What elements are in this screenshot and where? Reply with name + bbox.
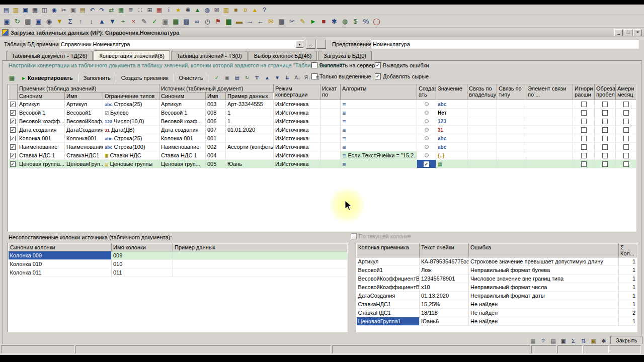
- ignore-checkbox[interactable]: ✓: [581, 161, 587, 167]
- maximize-button[interactable]: □: [624, 29, 632, 36]
- table-settings-icon[interactable]: ▦: [8, 74, 16, 82]
- copy-rows-icon[interactable]: ▣: [222, 74, 231, 82]
- receiver-synonym-cell[interactable]: Наименование: [18, 143, 65, 151]
- show-errors-checkbox[interactable]: ✓: [375, 62, 381, 68]
- export-icon[interactable]: →: [245, 17, 255, 26]
- algorithm-cell[interactable]: ≣Если ТекстЯчейки = "15,2..: [341, 151, 417, 160]
- tab[interactable]: Конвертация значений(8): [94, 50, 170, 60]
- ignore-cell[interactable]: ✓: [573, 160, 595, 168]
- chart-icon[interactable]: ▲: [193, 6, 202, 14]
- algorithm-cell[interactable]: ≣: [341, 126, 417, 134]
- calculator-icon[interactable]: ⊞: [145, 6, 154, 14]
- print-icon[interactable]: ▦: [31, 6, 39, 14]
- receiver-name-cell[interactable]: ЦеноваяГруп...: [65, 160, 103, 168]
- trim-cell[interactable]: ✓: [595, 109, 616, 117]
- error-row[interactable]: СтавкаНДС1 15,25% Не найден 1: [357, 300, 637, 309]
- ignore-cell[interactable]: ✓: [573, 100, 595, 109]
- filter-icon[interactable]: ▼: [55, 17, 64, 26]
- trim-checkbox[interactable]: ✓: [602, 127, 608, 133]
- american-month-cell[interactable]: ✓: [616, 160, 636, 168]
- search-by-cell[interactable]: [320, 151, 341, 160]
- run-on-server-checkbox[interactable]: ✓: [311, 62, 317, 68]
- settings-icon[interactable]: ✱: [184, 6, 192, 14]
- link-icon[interactable]: ∞: [192, 17, 202, 26]
- type-link-cell[interactable]: [497, 143, 526, 151]
- header-cell-text[interactable]: Текст ячейки: [420, 244, 469, 257]
- trim-cell[interactable]: ✓: [595, 134, 616, 143]
- calendar-icon[interactable]: ▦: [155, 6, 164, 14]
- value-cell[interactable]: abc: [436, 100, 467, 109]
- error-row[interactable]: ВесовойКоэффициентВ... 12345678901 Число…: [357, 275, 637, 283]
- source-synonym-cell[interactable]: Колонка 001: [159, 134, 206, 143]
- type-link-cell[interactable]: [497, 109, 526, 117]
- trim-cell[interactable]: ✓: [595, 143, 616, 151]
- mode-cell[interactable]: ИзИсточника: [274, 151, 320, 160]
- type-link-cell[interactable]: [497, 117, 526, 126]
- element-link-cell[interactable]: [526, 126, 573, 134]
- receiver-name-cell[interactable]: Весовой1: [65, 109, 103, 117]
- trim-cell[interactable]: ✓: [595, 160, 616, 168]
- doc-icon[interactable]: ▤: [182, 17, 191, 26]
- element-link-cell[interactable]: [526, 160, 573, 168]
- new-document-icon[interactable]: ▤: [2, 6, 11, 14]
- element-link-cell[interactable]: [526, 134, 573, 143]
- move-bottom-icon[interactable]: ⇊: [283, 74, 291, 82]
- algorithm-cell[interactable]: ≣: [341, 109, 417, 117]
- error-row[interactable]: Артикул КА-87953546775ээ... Строковое зн…: [357, 257, 637, 266]
- header-sample-data[interactable]: Пример данных: [226, 93, 274, 100]
- source-name-cell[interactable]: 002: [206, 143, 226, 151]
- search-by-cell[interactable]: [320, 109, 341, 117]
- new-row-icon[interactable]: ▤: [232, 74, 241, 82]
- error-row[interactable]: ВесовойКоэффициентВ... x10 Неправильный …: [357, 283, 637, 292]
- american-month-cell[interactable]: ✓: [616, 100, 636, 109]
- source-name-cell[interactable]: 005: [206, 160, 226, 168]
- type-link-cell[interactable]: [497, 134, 526, 143]
- mode-cell[interactable]: ИзИсточника: [274, 109, 320, 117]
- unmapped-row[interactable]: Колонка 009 009: [9, 251, 348, 260]
- header-owner-link[interactable]: Связь по владельцу: [467, 85, 497, 100]
- value-cell[interactable]: 123: [436, 117, 467, 126]
- search-by-cell[interactable]: [320, 134, 341, 143]
- minimize-button[interactable]: _: [614, 29, 623, 36]
- trim-checkbox[interactable]: ✓: [602, 110, 608, 116]
- type-restriction-cell[interactable]: abcСтрока(25): [103, 100, 159, 109]
- header-error[interactable]: Ошибка: [469, 244, 619, 257]
- header-receiver-synonym[interactable]: Синоним: [18, 93, 65, 100]
- receiver-name-cell[interactable]: Колонка001: [65, 134, 103, 143]
- lock-icon[interactable]: ■: [231, 6, 240, 14]
- ignore-checkbox[interactable]: ✓: [581, 127, 587, 133]
- row-checkbox[interactable]: ✓: [10, 119, 16, 124]
- american-month-checkbox[interactable]: ✓: [623, 136, 629, 141]
- check-icon[interactable]: ✓: [150, 17, 159, 26]
- mode-cell[interactable]: ИзИсточника: [274, 134, 320, 143]
- table-row[interactable]: ✓ Артикул Артикул abcСтрока(25) Артикул …: [9, 100, 636, 109]
- american-month-cell[interactable]: ✓: [616, 134, 636, 143]
- paste-icon[interactable]: ▤: [78, 6, 87, 14]
- row-checkbox[interactable]: ✓: [10, 161, 16, 167]
- owner-link-cell[interactable]: [467, 151, 497, 160]
- tab[interactable]: Выбор колонок БД(46): [249, 51, 317, 60]
- algorithm-cell[interactable]: ≣: [341, 160, 417, 168]
- element-link-cell[interactable]: [526, 143, 573, 151]
- header-count[interactable]: Σ Кол...: [619, 244, 637, 257]
- trim-cell[interactable]: ✓: [595, 117, 616, 126]
- row-checkbox[interactable]: ✓: [10, 153, 16, 158]
- ignore-checkbox[interactable]: ✓: [581, 144, 587, 150]
- row-checkbox[interactable]: ✓: [10, 110, 16, 116]
- type-link-cell[interactable]: [497, 126, 526, 134]
- mode-cell[interactable]: ИзИсточника: [274, 160, 320, 168]
- combo-dropdown-button[interactable]: ▼: [296, 41, 303, 48]
- source-name-cell[interactable]: 006: [206, 117, 226, 126]
- source-name-cell[interactable]: 004: [206, 151, 226, 160]
- tab[interactable]: Таблица значений - ТЗ(0): [171, 51, 248, 60]
- trim-checkbox[interactable]: ✓: [602, 119, 608, 124]
- close-button[interactable]: ×: [633, 29, 642, 36]
- receiver-name-cell[interactable]: ДатаСоздания: [65, 126, 103, 134]
- source-name-cell[interactable]: 008: [206, 109, 226, 117]
- element-link-cell[interactable]: [526, 100, 573, 109]
- american-month-checkbox[interactable]: ✓: [623, 127, 629, 133]
- table-row[interactable]: ✓ Наименование Наименование abcСтрока(10…: [9, 143, 636, 151]
- current-column-filter-option[interactable]: ✓ По текущей колонке: [351, 233, 411, 239]
- header-group-source[interactable]: Источник (табличный документ): [159, 85, 274, 93]
- move-down-icon[interactable]: ▼: [108, 17, 117, 26]
